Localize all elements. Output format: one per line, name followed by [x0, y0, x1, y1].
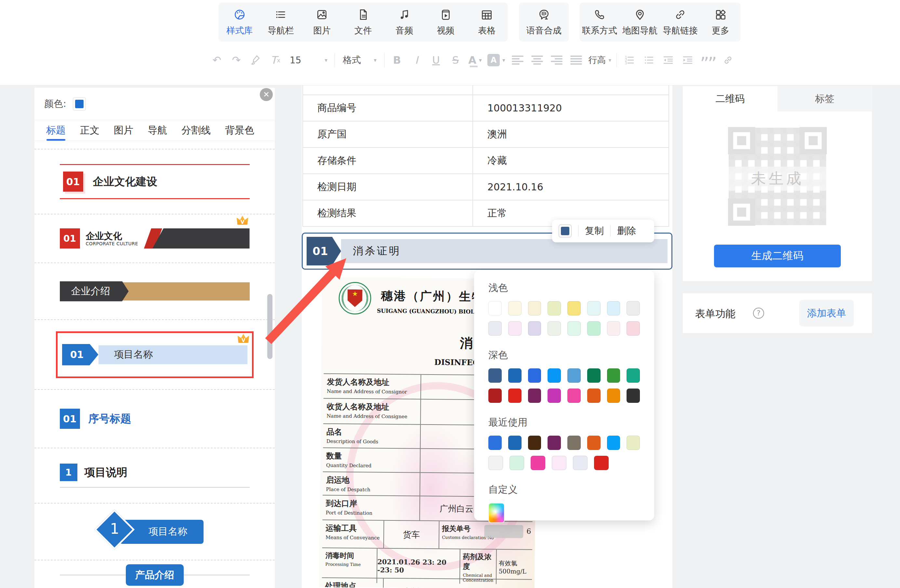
outdent-button[interactable]	[661, 52, 675, 68]
copy-button[interactable]: 复制	[585, 224, 604, 237]
color-swatch[interactable]	[607, 436, 621, 450]
add-form-button[interactable]: 添加表单	[799, 300, 854, 326]
toolbar-item-table[interactable]: 表格	[467, 8, 507, 36]
color-swatch[interactable]	[528, 436, 542, 450]
color-swatch[interactable]	[552, 456, 566, 470]
insert-link-button[interactable]	[721, 52, 735, 68]
delete-button[interactable]: 删除	[617, 224, 636, 237]
color-swatch[interactable]	[607, 368, 621, 383]
block-color-swatch[interactable]	[559, 224, 572, 237]
tab-body-text[interactable]: 正文	[80, 120, 99, 141]
toolbar-item-navbar[interactable]: 导航栏	[261, 8, 301, 36]
toolbar-item-video[interactable]: 视频	[426, 8, 466, 36]
style-sample-number-title[interactable]: 01 序号标题	[34, 390, 275, 448]
product-table[interactable]: 商品编号 100013311920 原产国 澳洲 存储条件 冷藏 检测	[303, 85, 669, 227]
color-swatch[interactable]	[587, 321, 601, 336]
style-sample-red-lines[interactable]: 01 企业文化建设	[34, 149, 275, 214]
color-swatch[interactable]	[488, 436, 502, 450]
undo-icon[interactable]: ↶	[210, 52, 224, 68]
style-sample-underline-title[interactable]: 1 项目说明	[34, 448, 275, 503]
toolbar-item-navlink[interactable]: 导航链接	[660, 8, 700, 36]
color-swatch[interactable]	[567, 301, 581, 316]
color-swatch[interactable]	[488, 368, 502, 383]
color-swatch[interactable]	[528, 301, 542, 316]
color-swatch[interactable]	[488, 456, 503, 470]
color-swatch[interactable]	[607, 301, 621, 316]
paragraph-format-select[interactable]: 格式 ▾	[340, 52, 379, 68]
align-right-button[interactable]	[549, 52, 564, 68]
color-swatch[interactable]	[508, 321, 521, 336]
toolbar-item-file[interactable]: 文件	[343, 8, 383, 36]
color-swatch[interactable]	[531, 456, 545, 470]
tab-image[interactable]: 图片	[114, 120, 133, 141]
generate-qrcode-button[interactable]: 生成二维码	[714, 244, 841, 268]
bullet-list-button[interactable]	[641, 52, 656, 68]
color-swatch[interactable]	[607, 388, 621, 403]
color-swatch[interactable]	[607, 321, 621, 336]
align-left-button[interactable]	[511, 52, 525, 68]
color-swatch[interactable]	[548, 388, 561, 403]
font-color-button[interactable]: A▾	[468, 52, 482, 68]
clear-format-icon[interactable]: Tx	[268, 52, 282, 68]
color-swatch[interactable]	[567, 436, 581, 450]
close-icon[interactable]: ✕	[260, 88, 273, 101]
color-swatch[interactable]	[567, 388, 581, 403]
color-swatch[interactable]	[548, 301, 561, 316]
align-justify-button[interactable]	[569, 52, 583, 68]
help-icon[interactable]: ?	[753, 308, 764, 319]
color-swatch[interactable]	[594, 456, 609, 470]
panel-scrollbar[interactable]	[267, 294, 273, 359]
tab-qrcode[interactable]: 二维码	[683, 86, 777, 111]
toolbar-item-image[interactable]: 图片	[302, 8, 342, 36]
blockquote-button[interactable]: ””	[700, 52, 715, 68]
color-swatch[interactable]	[548, 321, 561, 336]
color-swatch[interactable]	[508, 368, 521, 383]
color-swatch[interactable]	[627, 321, 640, 336]
color-swatch[interactable]	[509, 456, 524, 470]
underline-button[interactable]: U	[429, 52, 443, 68]
color-swatch[interactable]	[488, 388, 502, 403]
color-swatch[interactable]	[627, 368, 640, 383]
color-swatch[interactable]	[567, 321, 581, 336]
style-sample-blue-arrow-selected[interactable]: V 01 项目名称	[34, 320, 275, 390]
color-swatch[interactable]	[548, 368, 561, 383]
color-swatch[interactable]	[488, 301, 502, 316]
bold-button[interactable]: B	[390, 52, 404, 68]
color-swatch[interactable]	[508, 388, 521, 403]
bg-color-button[interactable]: A▾	[487, 52, 505, 68]
line-height-select[interactable]: 行高▾	[588, 52, 611, 68]
toolbar-item-contact[interactable]: 联系方式	[579, 8, 620, 36]
style-sample-diamond[interactable]: 项目名称 1	[34, 503, 275, 560]
color-swatch[interactable]	[528, 368, 542, 383]
color-swatch[interactable]	[587, 368, 601, 383]
current-color-swatch[interactable]	[73, 97, 86, 110]
toolbar-item-map[interactable]: 地图导航	[620, 8, 660, 36]
toolbar-item-speech-synthesis[interactable]: 语音合成	[524, 8, 564, 36]
table-row[interactable]: 检测日期 2021.10.16	[303, 174, 669, 200]
custom-color-picker[interactable]	[488, 503, 504, 523]
ordered-list-button[interactable]: 123	[622, 52, 636, 68]
tab-bg-color[interactable]: 背景色	[225, 120, 254, 141]
format-brush-icon[interactable]	[249, 52, 263, 68]
color-swatch[interactable]	[488, 321, 502, 336]
color-swatch[interactable]	[567, 368, 581, 383]
color-swatch[interactable]	[528, 388, 542, 403]
tab-nav[interactable]: 导航	[147, 120, 167, 141]
table-row[interactable]: 存储条件 冷藏	[303, 148, 669, 174]
color-swatch[interactable]	[587, 301, 601, 316]
color-swatch[interactable]	[573, 456, 588, 470]
strikethrough-button[interactable]: S	[448, 52, 463, 68]
color-swatch[interactable]	[508, 436, 521, 450]
indent-button[interactable]	[681, 52, 695, 68]
style-sample-tan-banner[interactable]: 企业介绍	[34, 263, 275, 320]
toolbar-item-style-library[interactable]: 样式库	[219, 8, 260, 36]
redo-icon[interactable]: ↷	[229, 52, 244, 68]
color-swatch[interactable]	[587, 436, 601, 450]
tab-label[interactable]: 标签	[777, 86, 872, 111]
color-swatch[interactable]	[627, 388, 640, 403]
color-swatch[interactable]	[548, 436, 561, 450]
style-sample-dark-banner[interactable]: V 01 企业文化 CORPORATE CULTURE	[34, 214, 275, 263]
style-sample-center-box[interactable]: 产品介绍	[34, 560, 275, 588]
font-size-select[interactable]: 15 ▾	[288, 52, 329, 68]
color-swatch[interactable]	[627, 436, 640, 450]
